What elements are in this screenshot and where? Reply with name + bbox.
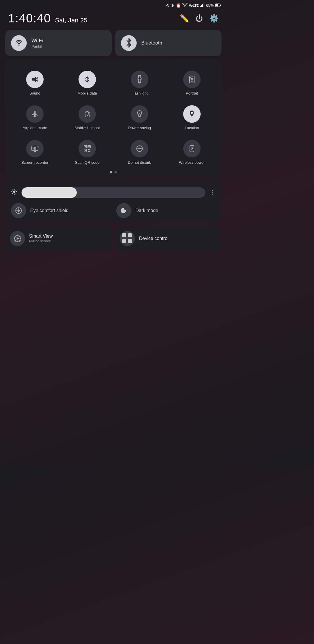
wifi-tile[interactable]: Wi-Fi Pankil <box>5 30 112 56</box>
header-actions: ✏️ ⏻ ⚙️ <box>180 14 219 23</box>
grid-row-3: Screen recorder Scan QR code <box>10 136 217 168</box>
status-bar: ⊙ ✱ ⏰ VoLTE 65% <box>0 0 227 9</box>
mobile-data-tile[interactable]: Mobile data <box>62 67 112 99</box>
device-control-text: Device control <box>139 236 168 241</box>
airplane-tile[interactable]: Airplane mode <box>10 101 60 134</box>
power-button[interactable]: ⏻ <box>195 14 203 23</box>
svg-rect-2 <box>202 4 203 7</box>
svg-rect-14 <box>191 77 193 79</box>
wireless-power-tile[interactable]: Wireless power <box>167 136 217 168</box>
svg-marker-10 <box>32 77 36 82</box>
device-control-tile[interactable]: Device control <box>115 226 222 251</box>
header-row: 1:40:40 Sat, Jan 25 ✏️ ⏻ ⚙️ <box>0 9 227 30</box>
brightness-fill <box>22 187 77 198</box>
svg-rect-34 <box>89 151 90 152</box>
settings-button[interactable]: ⚙️ <box>209 14 219 23</box>
smart-view-tile[interactable]: Smart View Mirror screen <box>5 226 112 251</box>
flashlight-icon <box>131 71 148 88</box>
brightness-menu-button[interactable]: ⋮ <box>209 189 216 196</box>
svg-rect-29 <box>88 146 90 147</box>
smart-view-label: Smart View <box>29 234 53 239</box>
hotspot-label: Mobile Hotspot <box>75 126 100 131</box>
hotspot-tile[interactable]: Mobile Hotspot <box>62 101 112 134</box>
portrait-icon <box>183 71 201 88</box>
svg-rect-31 <box>88 149 89 150</box>
bluetooth-status-icon: ✱ <box>171 3 174 8</box>
wifi-tile-icon <box>11 35 27 51</box>
wireless-power-label: Wireless power <box>179 160 205 165</box>
status-icons: ⊙ ✱ ⏰ VoLTE 65% <box>166 3 221 8</box>
svg-line-44 <box>12 190 13 191</box>
scan-qr-tile[interactable]: Scan QR code <box>62 136 112 168</box>
portrait-label: Portrait <box>186 91 198 96</box>
scan-qr-label: Scan QR code <box>75 160 100 165</box>
brightness-track[interactable] <box>22 187 205 198</box>
sound-tile[interactable]: Sound <box>10 67 60 99</box>
portrait-tile[interactable]: Portrait <box>167 67 217 99</box>
eye-comfort-tile[interactable]: Eye comfort shield <box>11 203 110 218</box>
brightness-icon <box>11 188 17 197</box>
flashlight-label: Flashlight <box>131 91 148 96</box>
alarm-icon: ⏰ <box>176 3 181 8</box>
pencil-button[interactable]: ✏️ <box>180 14 189 23</box>
dark-mode-label: Dark mode <box>135 208 158 213</box>
power-saving-label: Power saving <box>128 126 151 131</box>
dark-mode-tile[interactable]: Dark mode <box>116 203 216 218</box>
flashlight-tile[interactable]: Flashlight <box>115 67 165 99</box>
bluetooth-tile[interactable]: Bluetooth <box>115 30 222 56</box>
svg-point-49 <box>17 209 20 212</box>
location-tile[interactable]: Location <box>167 101 217 134</box>
svg-rect-1 <box>201 5 202 7</box>
svg-line-47 <box>12 193 13 194</box>
screen-recorder-tile[interactable]: Screen recorder <box>10 136 60 168</box>
svg-rect-5 <box>220 4 221 6</box>
svg-rect-3 <box>204 3 204 7</box>
power-saving-tile[interactable]: Power saving <box>115 101 165 134</box>
bluetooth-tile-icon <box>121 35 137 51</box>
grid-row-1: Sound Mobile data Flashlight <box>10 67 217 99</box>
smart-view-text: Smart View Mirror screen <box>29 234 53 243</box>
screen-recorder-label: Screen recorder <box>21 160 48 165</box>
mobile-data-label: Mobile data <box>77 91 97 96</box>
svg-marker-51 <box>17 237 19 240</box>
svg-rect-11 <box>138 79 141 83</box>
dnd-tile[interactable]: Do not disturb <box>115 136 165 168</box>
wifi-status-icon <box>182 3 188 8</box>
page-dots <box>10 171 217 173</box>
power-saving-icon <box>131 105 148 123</box>
hotspot-icon <box>78 105 96 123</box>
dot-1 <box>110 171 112 173</box>
device-control-label: Device control <box>139 236 168 241</box>
smart-view-icon <box>10 231 25 246</box>
wifi-tile-text: Wi-Fi Pankil <box>31 38 43 49</box>
signal-icon <box>200 3 205 8</box>
battery-text: 65% <box>206 3 214 8</box>
volte-icon: VoLTE <box>189 4 199 7</box>
brightness-row: ⋮ <box>11 187 216 198</box>
brightness-panel: ⋮ Eye comfort shield Dark mode <box>5 182 222 222</box>
date-label: Sat, Jan 25 <box>55 17 87 24</box>
svg-rect-28 <box>85 146 86 147</box>
airplane-icon <box>26 105 44 123</box>
wifi-label: Wi-Fi <box>31 38 43 44</box>
svg-rect-0 <box>200 6 201 7</box>
focus-icon: ⊙ <box>166 3 170 8</box>
svg-rect-32 <box>89 149 90 150</box>
location-label: Location <box>185 126 199 131</box>
svg-line-45 <box>16 193 17 194</box>
bluetooth-label: Bluetooth <box>141 40 162 46</box>
dot-2 <box>115 171 117 173</box>
battery-icon <box>215 3 221 8</box>
svg-point-18 <box>87 115 88 116</box>
bottom-tiles: Smart View Mirror screen Device control <box>0 226 227 251</box>
screen-recorder-icon <box>26 140 44 157</box>
dark-mode-icon <box>116 203 131 218</box>
sound-icon <box>26 71 44 88</box>
device-control-icon <box>120 231 135 246</box>
scan-qr-icon <box>78 140 96 157</box>
dnd-icon <box>131 140 148 157</box>
svg-point-39 <box>13 191 15 193</box>
top-tiles: Wi-Fi Pankil Bluetooth <box>0 30 227 56</box>
grid-panel: Sound Mobile data Flashlight <box>5 60 222 178</box>
smart-view-sublabel: Mirror screen <box>29 239 53 243</box>
